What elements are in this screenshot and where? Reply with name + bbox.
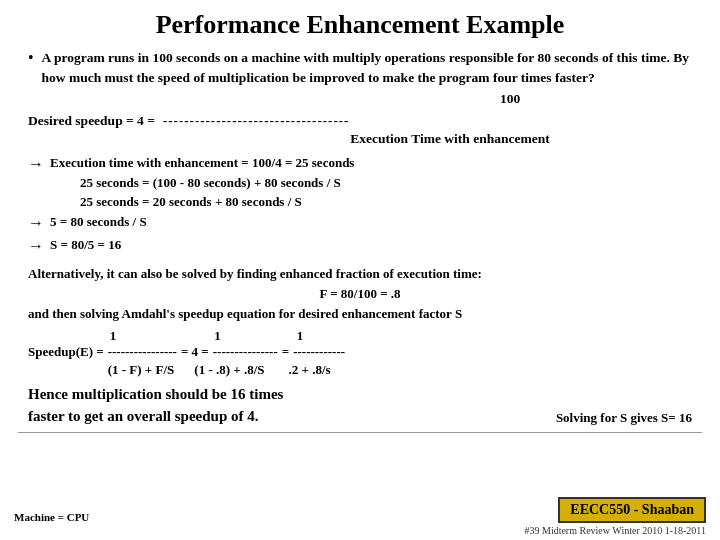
speedup-eq-section: Speedup(E) = 1 1 1 Speedup(E) = --------… [28,328,692,378]
hence-line2: faster to get an overall speedup of 4. [28,406,283,428]
slide: Performance Enhancement Example • A prog… [0,0,720,540]
dashes4: ------------ [293,344,345,360]
alt-line1: Alternatively, it can also be solved by … [28,264,692,284]
arrow2-icon: → [28,211,44,235]
frac2-num: 1 [214,328,221,344]
bullet-text: A program runs in 100 seconds on a machi… [42,48,702,87]
arrow1-line3: 25 seconds = 20 seconds + 80 seconds / S [80,192,702,212]
arrow2-row: → 5 = 80 seconds / S [28,212,702,235]
arrow3-content: S = 80/5 = 16 [50,235,702,255]
frac1-num: 1 [110,328,117,344]
eq1: = 4 = [181,344,209,360]
arrow3-line: S = 80/5 = 16 [50,235,702,255]
bullet-item: • A program runs in 100 seconds on a mac… [28,48,702,87]
speedup-label: Speedup(E) = [28,344,104,360]
alt-line3: and then solving Amdahl's speedup equati… [28,304,692,324]
footer: Machine = CPU EECC550 - Shaaban #39 Midt… [0,497,720,536]
machine-label: Machine = CPU [14,511,89,523]
frac3-num: 1 [297,328,304,344]
slide-title: Performance Enhancement Example [18,10,702,40]
arrow2-line: 5 = 80 seconds / S [50,212,702,232]
hence-text: Hence multiplication should be 16 times … [28,384,283,428]
footer-info: #39 Midterm Review Winter 2010 1-18-2011 [524,525,706,536]
arrow1-line2: 25 seconds = (100 - 80 seconds) + 80 sec… [80,173,702,193]
alt-section: Alternatively, it can also be solved by … [28,264,692,324]
arrow1-content: Execution time with enhancement = 100/4 … [50,153,702,212]
hence-line1: Hence multiplication should be 16 times [28,384,283,406]
bullet-section: • A program runs in 100 seconds on a mac… [28,48,702,87]
bullet-dot: • [28,49,34,67]
speedup-line: Speedup(E) = ---------------- = 4 = ----… [28,344,692,360]
dashes3: --------------- [213,344,278,360]
arrow1-row: → Execution time with enhancement = 100/… [28,153,702,212]
frac3-den: .2 + .8/s [289,362,331,378]
eq2: = [282,344,289,360]
eecc-badge: EECC550 - Shaaban [558,497,706,523]
desired-speedup-label: Desired speedup = 4 = [28,113,155,129]
arrow1-icon: → [28,152,44,176]
arrow2-content: 5 = 80 seconds / S [50,212,702,232]
dashes2: ---------------- [108,344,177,360]
divider [18,432,702,433]
arrow3-row: → S = 80/5 = 16 [28,235,702,258]
hundred-value: 100 [318,91,702,107]
hence-section: Hence multiplication should be 16 times … [28,384,692,428]
arrow-section: → Execution time with enhancement = 100/… [28,153,702,258]
speedup-row: Desired speedup = 4 = ------------------… [28,113,702,129]
solving-text: Solving for S gives S= 16 [556,410,692,426]
arrow1-line1: Execution time with enhancement = 100/4 … [50,153,702,173]
frac1-den: (1 - F) + F/S [108,362,175,378]
dashes: ----------------------------------- [163,113,702,129]
frac2-den: (1 - .8) + .8/S [194,362,264,378]
arrow3-icon: → [28,234,44,258]
exec-time-label: Execution Time with enhancement [198,131,702,147]
alt-line2: F = 80/100 = .8 [28,284,692,304]
